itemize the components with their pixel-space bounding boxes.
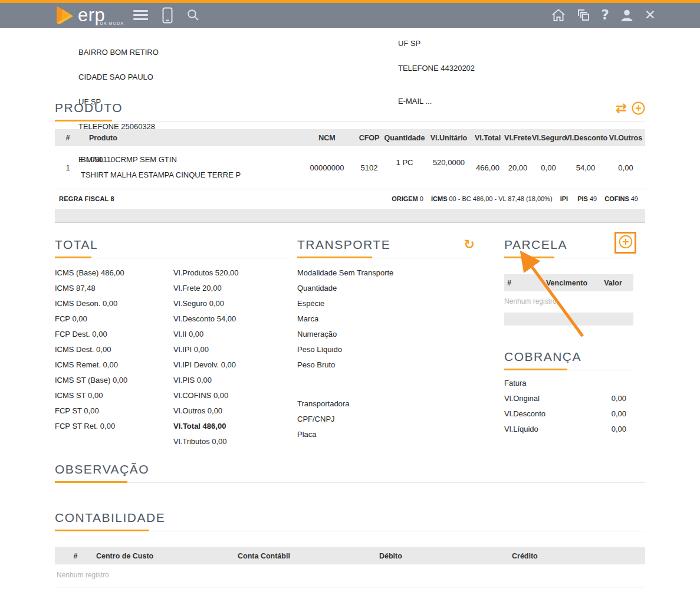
transporte-item: Transportadora [297, 396, 475, 412]
total-item: ICMS ST (Base) 0,00 [55, 373, 173, 388]
total-item: FCP Dest. 0,00 [55, 327, 173, 342]
refresh-icon[interactable]: ↻ [464, 238, 475, 251]
transporte-item: Numeração [297, 327, 475, 342]
parcela-empty-text: Nenhum registro [504, 291, 633, 313]
col-header-num: # [504, 279, 541, 287]
emitente-address: BAIRRO BOM RETIRO CIDADE SAO PAULO UF SP… [78, 32, 159, 180]
total-item: ICMS (Base) 486,00 [55, 265, 173, 281]
cell-vl-outros: 0,00 [606, 163, 645, 172]
col-header-vl-seguro: Vl.Seguro [532, 134, 565, 142]
regra-fiscal: REGRA FISCAL 8 [59, 195, 114, 202]
menu-icon[interactable] [133, 10, 148, 20]
total-item: Vl.Tributos 0,00 [173, 434, 286, 449]
col-header-cfop: CFOP [355, 134, 383, 142]
total-item: ICMS ST 0,00 [55, 388, 173, 403]
app-logo[interactable]: erp DA MODA [56, 5, 105, 25]
col-header-vl-unitario: Vl.Unitário [426, 134, 472, 142]
logo-play-icon [56, 5, 74, 25]
address-line: UF SP [398, 40, 475, 48]
contabilidade-title: CONTABILIDADE [55, 510, 645, 525]
address-line: TELEFONE 25060328 [78, 123, 159, 131]
total-item: ICMS Remet. 0,00 [55, 357, 173, 373]
parcela-table-header: # Vencimento Valor [504, 274, 633, 291]
help-icon[interactable]: ? [601, 8, 609, 22]
transporte-item: Placa [297, 427, 475, 442]
close-icon[interactable]: ✕ [645, 8, 656, 22]
contabilidade-empty-text: Nenhum registro [55, 564, 645, 587]
transporte-item: Quantidade [297, 281, 475, 296]
total-item: FCP ST 0,00 [55, 403, 173, 419]
total-item: ICMS Deson. 0,00 [55, 296, 173, 311]
cobranca-label: Vl.Desconto [504, 406, 545, 422]
windows-icon[interactable] [576, 8, 590, 22]
add-product-icon[interactable] [632, 101, 645, 115]
transporte-title: TRANSPORTE [297, 237, 390, 252]
section-observacao: OBSERVAÇÃO [55, 462, 645, 510]
destinatario-address: UF SP TELEFONE 44320202 E-MAIL ... [398, 23, 475, 122]
total-item: Vl.PIS 0,00 [173, 373, 286, 388]
cobranca-label: Vl.Original [504, 391, 540, 406]
address-line: E-MAIL ... [398, 97, 475, 106]
app-header: erp DA MODA [0, 3, 700, 28]
cell-vl-desconto: 54,00 [565, 163, 606, 172]
col-header-credito: Crédito [512, 552, 645, 560]
contabilidade-table-header: # Centro de Custo Conta Contábil Débito … [55, 547, 645, 564]
total-title: TOTAL [55, 237, 286, 252]
regra-fiscal-value: 8 [111, 195, 114, 202]
total-item: Vl.IPI 0,00 [173, 342, 286, 357]
total-item-vl-total: Vl.Total 486,00 [173, 419, 286, 434]
section-cobranca: COBRANÇA Fatura Vl.Original 0,00 Vl.Desc… [504, 349, 633, 437]
total-item: Vl.Outros 0,00 [173, 403, 286, 419]
regra-fiscal-label: REGRA FISCAL [59, 195, 109, 202]
section-total: TOTAL ICMS (Base) 486,00 ICMS 87,48 ICMS… [55, 237, 286, 449]
total-item: Vl.IPI Devolv. 0,00 [173, 357, 286, 373]
mobile-icon[interactable] [162, 7, 173, 24]
cell-vl-frete: 20,00 [504, 163, 532, 172]
cobranca-row: Vl.Desconto 0,00 [504, 406, 633, 422]
col-header-vl-desconto: Vl.Desconto [565, 134, 606, 142]
cell-vl-unitario: 520,0000 [426, 158, 472, 167]
section-contabilidade: CONTABILIDADE # Centro de Custo Conta Co… [55, 510, 645, 587]
search-icon[interactable] [187, 9, 199, 21]
cobranca-fatura-label: Fatura [504, 376, 527, 391]
appbar-left-icons [133, 7, 199, 24]
cobranca-label: Vl.Líquido [504, 422, 538, 437]
cell-cfop: 5102 [355, 163, 383, 172]
total-item: FCP ST Ret. 0,00 [55, 419, 173, 434]
total-item: ICMS Dest. 0,00 [55, 342, 173, 357]
add-parcela-icon [619, 235, 633, 251]
cobranca-value: 0,00 [612, 422, 626, 437]
transporte-item: Modalidade Sem Transporte [297, 265, 475, 281]
parcela-footer-bar [504, 313, 633, 326]
col-header-conta-contabil: Conta Contábil [238, 552, 379, 560]
col-header-centro-de-custo: Centro de Custo [96, 552, 238, 560]
home-icon[interactable] [551, 8, 566, 22]
total-item: Vl.COFINS 0,00 [173, 388, 286, 403]
logo-subtext: DA MODA [100, 21, 124, 25]
user-icon[interactable] [620, 8, 634, 22]
total-item: FCP 0,00 [55, 311, 173, 327]
address-line: CIDADE SAO PAULO [78, 73, 159, 81]
address-line: UF SP [78, 98, 159, 106]
swap-icon[interactable]: ⇄ [616, 101, 627, 114]
transporte-item: Marca [297, 311, 475, 327]
cell-num: 1 [55, 163, 81, 172]
total-item: ICMS 87,48 [55, 281, 173, 296]
transporte-item: Peso Bruto [297, 357, 475, 373]
cobranca-row: Vl.Líquido 0,00 [504, 422, 633, 437]
col-header-num: # [55, 552, 96, 560]
cell-vl-total: 466,00 [472, 163, 504, 172]
col-header-vencimento: Vencimento [541, 279, 593, 287]
transporte-item: Peso Líquido [297, 342, 475, 357]
observacao-title: OBSERVAÇÃO [55, 462, 645, 477]
cell-vl-seguro: 0,00 [532, 163, 565, 172]
total-item: Vl.II 0,00 [173, 327, 286, 342]
add-parcela-button[interactable] [614, 232, 636, 254]
col-header-num: # [55, 134, 81, 142]
product-table-footer-bar [55, 209, 645, 223]
erp-invoice-page: erp DA MODA [0, 0, 700, 608]
address-line: E-MAIL ... [78, 156, 159, 164]
col-header-quantidade: Quantidade [383, 134, 426, 142]
section-transporte: TRANSPORTE ↻ Modalidade Sem Transporte Q… [297, 237, 475, 442]
col-header-vl-total: Vl.Total [472, 134, 504, 142]
